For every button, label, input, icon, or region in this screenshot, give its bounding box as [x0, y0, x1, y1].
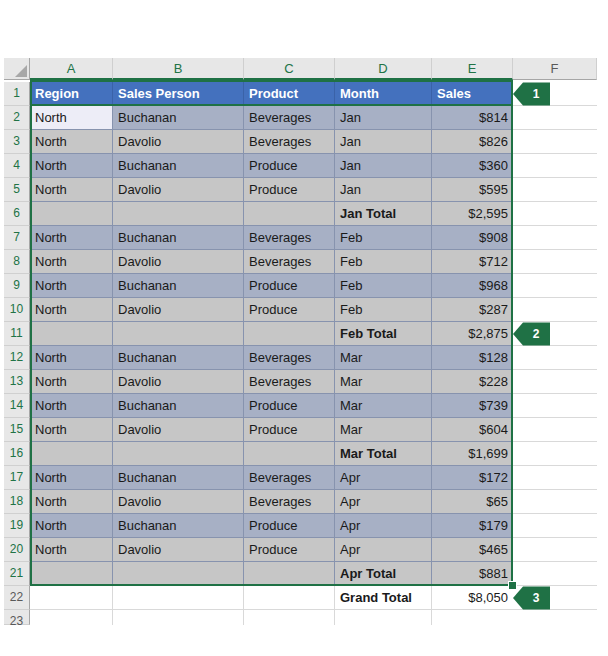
cell-F21[interactable]: [513, 562, 597, 586]
cell-A7[interactable]: North: [30, 226, 113, 250]
cell-A21[interactable]: [30, 562, 113, 586]
cell-E7[interactable]: $908: [432, 226, 513, 250]
cell-E3[interactable]: $826: [432, 130, 513, 154]
row-header-8[interactable]: 8: [4, 250, 30, 274]
cell-D14[interactable]: Mar: [335, 394, 432, 418]
cell-C15[interactable]: Produce: [244, 418, 335, 442]
cell-D23[interactable]: [335, 610, 432, 625]
cell-C20[interactable]: Produce: [244, 538, 335, 562]
cell-E21[interactable]: $881: [432, 562, 513, 586]
cell-D13[interactable]: Mar: [335, 370, 432, 394]
cell-F15[interactable]: [513, 418, 597, 442]
cell-E22[interactable]: $8,050: [432, 586, 513, 610]
cell-C12[interactable]: Beverages: [244, 346, 335, 370]
cell-A23[interactable]: [30, 610, 113, 625]
row-header-16[interactable]: 16: [4, 442, 30, 466]
cell-D20[interactable]: Apr: [335, 538, 432, 562]
row-header-11[interactable]: 11: [4, 322, 30, 346]
cell-B13[interactable]: Davolio: [113, 370, 244, 394]
column-header-F[interactable]: F: [513, 58, 597, 80]
cell-B5[interactable]: Davolio: [113, 178, 244, 202]
cell-F2[interactable]: [513, 106, 597, 130]
cell-E5[interactable]: $595: [432, 178, 513, 202]
cell-B21[interactable]: [113, 562, 244, 586]
cell-A14[interactable]: North: [30, 394, 113, 418]
cell-C11[interactable]: [244, 322, 335, 346]
row-header-13[interactable]: 13: [4, 370, 30, 394]
cell-B16[interactable]: [113, 442, 244, 466]
cell-B11[interactable]: [113, 322, 244, 346]
cell-B3[interactable]: Davolio: [113, 130, 244, 154]
cell-E23[interactable]: [432, 610, 513, 625]
column-header-B[interactable]: B: [113, 58, 244, 80]
cell-A3[interactable]: North: [30, 130, 113, 154]
cell-F14[interactable]: [513, 394, 597, 418]
cell-C7[interactable]: Beverages: [244, 226, 335, 250]
cell-B8[interactable]: Davolio: [113, 250, 244, 274]
cell-D8[interactable]: Feb: [335, 250, 432, 274]
column-header-A[interactable]: A: [30, 58, 113, 80]
cell-E17[interactable]: $172: [432, 466, 513, 490]
cell-B20[interactable]: Davolio: [113, 538, 244, 562]
cell-F12[interactable]: [513, 346, 597, 370]
row-header-21[interactable]: 21: [4, 562, 30, 586]
cell-F4[interactable]: [513, 154, 597, 178]
cell-C6[interactable]: [244, 202, 335, 226]
cell-D5[interactable]: Jan: [335, 178, 432, 202]
cell-D7[interactable]: Feb: [335, 226, 432, 250]
cell-A11[interactable]: [30, 322, 113, 346]
cell-E14[interactable]: $739: [432, 394, 513, 418]
cell-A2[interactable]: North: [30, 106, 113, 130]
cell-B23[interactable]: [113, 610, 244, 625]
cell-F23[interactable]: [513, 610, 597, 625]
row-header-6[interactable]: 6: [4, 202, 30, 226]
cell-A6[interactable]: [30, 202, 113, 226]
row-header-14[interactable]: 14: [4, 394, 30, 418]
cell-A18[interactable]: North: [30, 490, 113, 514]
selection-fill-handle[interactable]: [508, 581, 517, 590]
cell-A16[interactable]: [30, 442, 113, 466]
cell-B2[interactable]: Buchanan: [113, 106, 244, 130]
cell-F10[interactable]: [513, 298, 597, 322]
cell-F17[interactable]: [513, 466, 597, 490]
row-header-22[interactable]: 22: [4, 586, 30, 610]
column-header-C[interactable]: C: [244, 58, 335, 80]
cell-B10[interactable]: Davolio: [113, 298, 244, 322]
cell-C16[interactable]: [244, 442, 335, 466]
row-header-7[interactable]: 7: [4, 226, 30, 250]
cell-A22[interactable]: [30, 586, 113, 610]
cell-C3[interactable]: Beverages: [244, 130, 335, 154]
cell-D17[interactable]: Apr: [335, 466, 432, 490]
cell-E8[interactable]: $712: [432, 250, 513, 274]
cell-F9[interactable]: [513, 274, 597, 298]
cell-C2[interactable]: Beverages: [244, 106, 335, 130]
row-header-20[interactable]: 20: [4, 538, 30, 562]
cell-E6[interactable]: $2,595: [432, 202, 513, 226]
cell-B17[interactable]: Buchanan: [113, 466, 244, 490]
cell-B14[interactable]: Buchanan: [113, 394, 244, 418]
row-header-12[interactable]: 12: [4, 346, 30, 370]
cell-C5[interactable]: Produce: [244, 178, 335, 202]
cell-B9[interactable]: Buchanan: [113, 274, 244, 298]
cell-E11[interactable]: $2,875: [432, 322, 513, 346]
cell-E13[interactable]: $228: [432, 370, 513, 394]
cell-D22[interactable]: Grand Total: [335, 586, 432, 610]
cell-D6[interactable]: Jan Total: [335, 202, 432, 226]
cell-C23[interactable]: [244, 610, 335, 625]
row-header-10[interactable]: 10: [4, 298, 30, 322]
cell-B22[interactable]: [113, 586, 244, 610]
select-all-corner[interactable]: [4, 58, 30, 80]
cell-A4[interactable]: North: [30, 154, 113, 178]
cell-E2[interactable]: $814: [432, 106, 513, 130]
cell-A19[interactable]: North: [30, 514, 113, 538]
cell-E12[interactable]: $128: [432, 346, 513, 370]
cell-C14[interactable]: Produce: [244, 394, 335, 418]
cell-D12[interactable]: Mar: [335, 346, 432, 370]
row-header-18[interactable]: 18: [4, 490, 30, 514]
cell-B19[interactable]: Buchanan: [113, 514, 244, 538]
row-header-2[interactable]: 2: [4, 106, 30, 130]
column-header-E[interactable]: E: [432, 58, 513, 80]
row-header-9[interactable]: 9: [4, 274, 30, 298]
cell-A17[interactable]: North: [30, 466, 113, 490]
cell-F13[interactable]: [513, 370, 597, 394]
